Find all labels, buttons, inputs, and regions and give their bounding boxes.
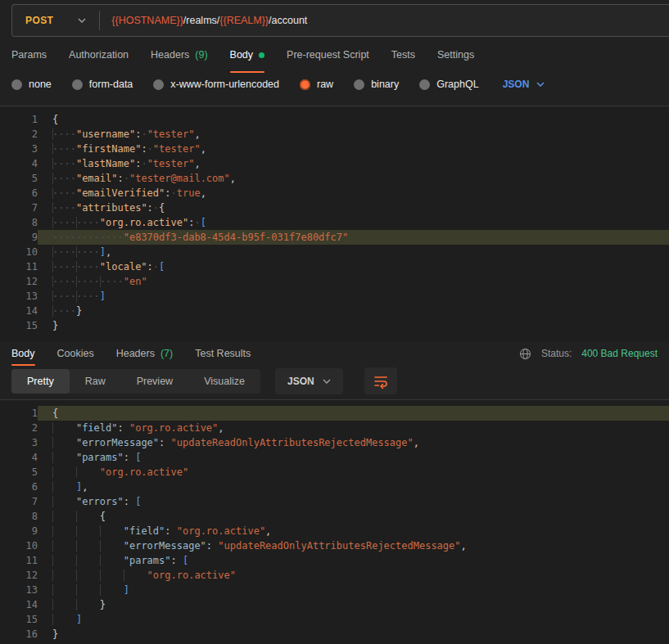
body-type-radio-raw[interactable]: raw (300, 79, 333, 90)
code-token: · (153, 261, 159, 272)
code-token: , (218, 422, 224, 434)
line-number: 16 (0, 627, 38, 642)
method-label: POST (25, 15, 53, 26)
code-row: 8 { (0, 509, 669, 524)
code-token (52, 466, 100, 478)
code-token: "updateReadOnlyAttributesRejectedMessage… (171, 437, 414, 448)
tab-pre-request-script[interactable]: Pre-request Script (287, 37, 369, 73)
tab-headers[interactable]: Headers(7) (116, 341, 174, 366)
radio-label: form-data (89, 79, 133, 90)
request-language-dropdown[interactable]: JSON (503, 79, 545, 90)
view-tab-visualize[interactable]: Visualize (188, 369, 260, 394)
status-value: 400 Bad Request (581, 348, 658, 359)
body-type-radio-form-data[interactable]: form-data (72, 79, 133, 90)
code-row: 15} (0, 318, 669, 333)
code-token: : (165, 525, 176, 537)
code-token: "email" (76, 173, 118, 184)
tab-label: Settings (437, 49, 474, 61)
line-number: 14 (0, 304, 38, 318)
code-line: { (38, 509, 669, 524)
code-row: 4····"lastName":·"tester", (0, 156, 669, 171)
tab-test-results[interactable]: Test Results (195, 341, 251, 366)
unsaved-changes-dot-icon (259, 52, 264, 58)
code-token: "tester" (147, 128, 195, 140)
body-type-radio-binary[interactable]: binary (354, 79, 399, 90)
code-token: · (141, 128, 147, 140)
line-number: 4 (0, 450, 38, 465)
response-language-label: JSON (287, 376, 314, 387)
code-row: 6····"emailVerified":·true, (0, 186, 669, 200)
code-token: "emailVerified" (76, 187, 165, 199)
tab-label: Tests (391, 49, 415, 61)
tab-label: Body (11, 348, 35, 359)
code-row: 12 "org.ro.active" (0, 568, 669, 583)
line-number: 5 (0, 171, 38, 186)
code-token: · (124, 173, 129, 184)
body-type-radio-x-www-form-urlencoded[interactable]: x-www-form-urlencoded (153, 79, 279, 90)
line-number: 7 (0, 494, 38, 509)
code-token: ···· (52, 173, 76, 184)
code-token: · (147, 143, 153, 155)
url-input[interactable]: {{HOSTNAME}}/realms/{{REALM}}/account (111, 15, 307, 26)
tab-label: Cookies (57, 348, 94, 359)
code-line: ····"attributes":·{ (38, 200, 669, 215)
line-number: 13 (0, 289, 38, 304)
code-token: "tester@mail.com" (129, 173, 230, 184)
code-line: ····"lastName":·"tester", (38, 156, 669, 171)
code-line: "field": "org.ro.active", (38, 421, 669, 435)
response-body-viewer[interactable]: 1{2 "field": "org.ro.active",3 "errorMes… (0, 399, 669, 644)
tab-authorization[interactable]: Authorization (69, 37, 129, 73)
code-token: , (201, 187, 206, 199)
code-token: "attributes" (76, 202, 147, 214)
line-number: 13 (0, 583, 38, 597)
code-token: , (461, 540, 467, 552)
tab-params[interactable]: Params (11, 37, 47, 73)
tab-tests[interactable]: Tests (391, 37, 415, 73)
code-row: 3····"firstName":·"tester", (0, 142, 669, 156)
line-number: 1 (0, 112, 38, 127)
code-line: "errors": [ (38, 494, 669, 509)
code-token: [ (201, 217, 206, 228)
line-number: 3 (0, 435, 38, 450)
body-type-radio-graphql[interactable]: GraphQL (419, 79, 478, 90)
code-row: 1{ (0, 112, 669, 127)
tab-body[interactable]: Body (11, 341, 35, 366)
body-type-radio-none[interactable]: none (11, 79, 52, 90)
code-row: 10········], (0, 245, 669, 259)
radio-label: raw (317, 79, 333, 90)
method-dropdown[interactable]: POST (12, 5, 99, 36)
code-row: 4 "params": [ (0, 450, 669, 465)
line-number: 10 (0, 538, 38, 553)
code-token: ···· (52, 187, 76, 199)
request-body-editor[interactable]: 1{2····"username":·"tester",3····"firstN… (0, 106, 669, 341)
view-tab-raw[interactable]: Raw (70, 369, 121, 394)
line-number: 2 (0, 421, 38, 435)
tab-cookies[interactable]: Cookies (57, 341, 94, 366)
code-token: "username" (76, 128, 135, 140)
line-number: 8 (0, 509, 38, 524)
code-token: ] (100, 290, 106, 302)
chevron-down-icon (78, 18, 86, 23)
line-number: 3 (0, 142, 38, 156)
code-line: } (38, 318, 669, 333)
tab-settings[interactable]: Settings (437, 37, 474, 73)
code-line: } (38, 627, 669, 642)
request-method-url-bar: POST {{HOSTNAME}}/realms/{{REALM}}/accou… (11, 4, 669, 37)
wrap-text-icon (373, 373, 389, 390)
view-tab-preview[interactable]: Preview (121, 369, 188, 394)
wrap-text-button[interactable] (364, 367, 397, 394)
response-view-tabs: PrettyRawPreviewVisualize (11, 369, 260, 394)
view-tab-pretty[interactable]: Pretty (11, 369, 70, 394)
code-token: : (117, 422, 129, 434)
line-number: 11 (0, 259, 38, 274)
code-token: "locale" (100, 261, 147, 272)
tab-body[interactable]: Body (230, 37, 265, 73)
code-row: 13········] (0, 289, 669, 304)
code-token: "firstName" (76, 143, 141, 155)
line-number: 15 (0, 318, 38, 333)
response-language-dropdown[interactable]: JSON (275, 368, 343, 394)
code-token: } (100, 599, 106, 610)
line-number: 9 (0, 230, 38, 245)
response-tabs: BodyCookiesHeaders(7)Test ResultsStatus:… (0, 341, 669, 366)
tab-headers[interactable]: Headers(9) (151, 37, 208, 73)
